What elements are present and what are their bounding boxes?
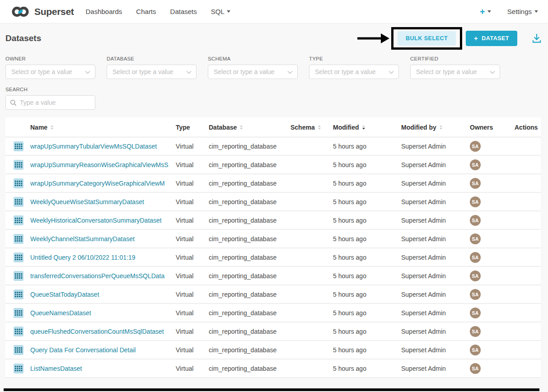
column-header[interactable]: Database — [209, 124, 290, 131]
dataset-database: cim_reporting_database — [209, 328, 290, 335]
search-box[interactable] — [5, 95, 95, 110]
dataset-name-link[interactable]: Untitled Query 2 06/10/2022 11:01:19 — [30, 254, 135, 261]
dataset-modified: 5 hours ago — [333, 328, 401, 335]
dataset-grid-icon — [14, 178, 23, 188]
nav-item[interactable]: Datasets — [170, 8, 197, 15]
column-header[interactable]: Actions — [515, 124, 541, 131]
nav-item[interactable]: Dashboards — [85, 8, 122, 15]
chevron-down-icon — [287, 70, 293, 74]
dataset-type: Virtual — [176, 328, 209, 335]
dataset-grid-icon — [14, 271, 23, 281]
filter-select-input[interactable] — [309, 68, 398, 75]
add-dataset-button[interactable]: + DATASET — [466, 31, 517, 46]
table-row: WeeklyQueueWiseStatSummaryDataset Virtua… — [5, 193, 541, 211]
dataset-modified-by: Superset Admin — [401, 198, 470, 205]
table-row: ListNamesDataset Virtual cim_reporting_d… — [5, 359, 541, 378]
dataset-grid-icon — [14, 215, 23, 225]
export-datasets-button[interactable] — [531, 33, 543, 44]
plus-icon: + — [480, 7, 485, 16]
new-item-menu[interactable]: + — [480, 7, 491, 16]
column-header[interactable]: Modified — [333, 124, 401, 131]
nav-item[interactable]: SQL — [211, 8, 230, 15]
datasets-table: Name Type Database Schema Modified Modif… — [5, 117, 541, 378]
dataset-modified: 5 hours ago — [333, 309, 401, 317]
dataset-name-link[interactable]: queueFlushedConversationCountMsSqlDatase… — [30, 328, 164, 335]
nav-item[interactable]: Charts — [136, 8, 156, 15]
dataset-type: Virtual — [176, 235, 209, 243]
owner-avatar[interactable]: SA — [470, 141, 481, 152]
column-header[interactable]: Owners — [470, 124, 515, 131]
owner-avatar[interactable]: SA — [470, 215, 481, 226]
column-header[interactable]: Modified by — [401, 124, 470, 131]
filter-select-input[interactable] — [208, 68, 297, 75]
owner-avatar[interactable]: SA — [470, 271, 481, 281]
dataset-grid-icon — [14, 308, 23, 318]
dataset-name-link[interactable]: ListNamesDataset — [30, 365, 82, 372]
filter-select-input[interactable] — [107, 68, 196, 75]
dataset-modified: 5 hours ago — [333, 143, 401, 150]
dataset-name-link[interactable]: wrapUpSummaryCategoryWiseGraphicalViewM — [30, 180, 165, 187]
dataset-type: Virtual — [176, 346, 209, 354]
dataset-modified-by: Superset Admin — [401, 143, 470, 150]
dataset-grid-icon — [14, 327, 23, 336]
filter-group: CERTIFIED — [410, 56, 500, 79]
bulk-select-button[interactable]: BULK SELECT — [398, 31, 456, 46]
column-header[interactable]: Schema — [290, 124, 333, 131]
settings-menu[interactable]: Settings — [507, 8, 538, 15]
owner-avatar[interactable]: SA — [470, 289, 481, 300]
filter-select-input[interactable] — [6, 68, 95, 75]
dataset-name-link[interactable]: WeeklyHistoricalConversatonSummaryDatase… — [30, 217, 162, 224]
dataset-name-link[interactable]: WeeklyQueueWiseStatSummaryDataset — [30, 198, 144, 205]
dataset-type: Virtual — [176, 198, 209, 205]
filter-select[interactable] — [208, 65, 298, 79]
dataset-name-link[interactable]: WeeklyChannelStatSummaryDataset — [30, 235, 135, 243]
search-label: SEARCH — [5, 87, 95, 92]
dataset-modified: 5 hours ago — [333, 291, 401, 298]
filter-select[interactable] — [410, 65, 500, 79]
dataset-database: cim_reporting_database — [209, 217, 290, 224]
page-title: Datasets — [5, 33, 41, 43]
owner-avatar[interactable]: SA — [470, 233, 481, 244]
sort-icon[interactable] — [362, 125, 365, 130]
dataset-grid-icon — [14, 234, 23, 244]
owner-avatar[interactable]: SA — [470, 308, 481, 318]
dataset-grid-icon — [14, 364, 23, 373]
sort-icon[interactable] — [240, 125, 243, 130]
dataset-name-link[interactable]: wrapUpSummaryTubularViewMsSQLDataset — [30, 143, 157, 150]
dataset-name-link[interactable]: QueueStatTodayDataset — [30, 291, 99, 298]
owner-avatar[interactable]: SA — [470, 345, 481, 355]
owner-avatar[interactable]: SA — [470, 196, 481, 207]
dataset-database: cim_reporting_database — [209, 272, 290, 280]
superset-logo[interactable]: Superset — [10, 5, 74, 19]
filter-select-input[interactable] — [411, 68, 500, 75]
dataset-name-link[interactable]: QueueNamesDataset — [30, 309, 91, 317]
owner-avatar[interactable]: SA — [470, 159, 481, 170]
owner-avatar[interactable]: SA — [470, 363, 481, 374]
top-nav: Superset Dashboards Charts Datasets SQL … — [0, 0, 548, 23]
filter-label: TYPE — [309, 56, 399, 61]
dataset-modified-by: Superset Admin — [401, 254, 470, 261]
dataset-name-link[interactable]: wrapUpSummaryReasonWiseGraphicalViewMsS — [30, 161, 169, 168]
infinity-logo-icon — [10, 5, 31, 19]
filter-select[interactable] — [5, 65, 95, 79]
dataset-name-link[interactable]: Query Data For Conversational Detail — [30, 346, 136, 354]
screenshot-edge-bar — [4, 388, 539, 391]
dataset-database: cim_reporting_database — [209, 235, 290, 243]
owner-avatar[interactable]: SA — [470, 252, 481, 263]
nav-links: Dashboards Charts Datasets SQL — [85, 8, 230, 15]
search-input[interactable] — [6, 99, 95, 106]
column-header[interactable]: Type — [176, 124, 209, 131]
table-row: Untitled Query 2 06/10/2022 11:01:19 Vir… — [5, 248, 541, 267]
filter-select[interactable] — [309, 65, 399, 79]
filter-select[interactable] — [107, 65, 197, 79]
table-row: transferredConversationsPerQueueMsSQLDat… — [5, 267, 541, 285]
dataset-name-link[interactable]: transferredConversationsPerQueueMsSQLDat… — [30, 272, 164, 280]
dataset-type: Virtual — [176, 217, 209, 224]
owner-avatar[interactable]: SA — [470, 178, 481, 189]
sort-icon[interactable] — [440, 125, 442, 130]
sort-icon[interactable] — [318, 125, 321, 130]
dataset-modified-by: Superset Admin — [401, 272, 470, 280]
column-header[interactable]: Name — [30, 124, 176, 131]
owner-avatar[interactable]: SA — [470, 326, 481, 337]
sort-icon[interactable] — [51, 125, 53, 130]
